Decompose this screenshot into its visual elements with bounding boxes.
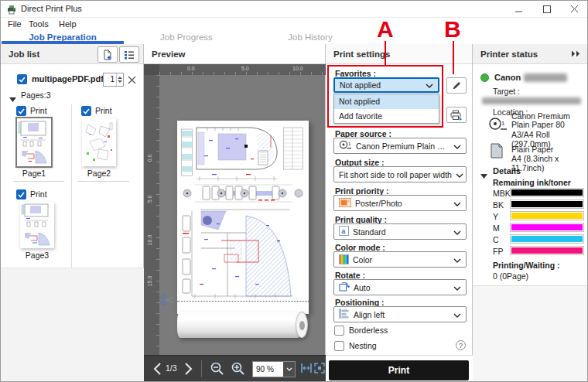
print-button[interactable]: Print <box>329 360 469 380</box>
annotation-b-line <box>453 41 454 74</box>
roll-paper-1-icon: 1 <box>339 140 352 152</box>
borderless-checkbox[interactable] <box>334 326 344 336</box>
h-ruler-label: 10.0 <box>292 66 303 71</box>
ruler-corner <box>144 64 159 75</box>
list-view-button[interactable] <box>119 46 139 63</box>
print-quality-select[interactable]: a Standard <box>333 223 467 240</box>
chevron-down-icon <box>453 310 461 319</box>
menu-tools[interactable]: Tools <box>29 19 49 29</box>
print-priority-value: Poster/Photo <box>355 199 402 208</box>
minimize-button[interactable] <box>505 1 533 17</box>
ink-name: C <box>493 235 499 244</box>
copies-value: 1 <box>104 73 116 86</box>
stepper-arrows-icon[interactable] <box>116 73 123 86</box>
nesting-help-icon[interactable]: ? <box>456 340 466 350</box>
nesting-checkbox[interactable] <box>334 341 344 351</box>
positioning-value: Align left <box>354 310 385 319</box>
output-size-select[interactable]: Fit short side to roll paper width <box>333 166 467 182</box>
favorites-select[interactable]: Not applied <box>333 77 439 93</box>
page1-thumbnail[interactable] <box>17 118 51 166</box>
remove-job-button[interactable] <box>128 73 136 87</box>
job-file-name[interactable]: multipagePDF.pdf <box>32 74 104 84</box>
fit-width-button[interactable] <box>301 363 312 377</box>
previous-page-button[interactable] <box>153 362 162 379</box>
page2-caption: Page2 <box>82 169 116 178</box>
rotate-select[interactable]: Auto <box>333 279 467 295</box>
h-ruler-label: 5.0 <box>241 66 249 71</box>
rotate-page-icon <box>339 281 350 293</box>
zoom-in-button[interactable] <box>231 361 245 379</box>
rainbow-icon <box>339 254 349 264</box>
menu-file[interactable]: File <box>8 19 22 29</box>
print-priority-select[interactable]: Poster/Photo <box>333 195 467 211</box>
close-button[interactable] <box>561 1 588 17</box>
v-ruler-label: 5.0 <box>147 196 152 203</box>
page3-print-checkbox[interactable] <box>16 189 26 200</box>
favorites-option-add-favorite[interactable]: Add favorite <box>334 109 439 124</box>
cut-line <box>177 301 309 302</box>
quality-a-icon: a <box>339 226 349 237</box>
job-list-title: Job list <box>9 49 39 59</box>
page2-thumbnail[interactable] <box>82 118 116 166</box>
document-drawing <box>181 124 305 299</box>
favorites-option-not-applied[interactable]: Not applied <box>334 94 439 109</box>
register-to-printer-button[interactable] <box>446 107 467 123</box>
annotation-a-label: A <box>377 18 394 41</box>
printer-status-header: Printer status <box>473 44 588 64</box>
printer-model-redacted <box>524 73 567 82</box>
job-checkbox[interactable] <box>17 74 27 84</box>
zoom-level-value: 90 % <box>253 362 283 377</box>
details-label[interactable]: Details <box>493 166 521 176</box>
svg-text:1: 1 <box>348 142 351 146</box>
positioning-select[interactable]: Align left <box>333 306 467 322</box>
tab-bar: Job Preparation Job Progress Job History <box>1 32 588 44</box>
page3-thumbnail[interactable] <box>20 202 54 248</box>
preview-toolbar: 1/3 90 % <box>144 355 326 382</box>
align-left-icon <box>339 309 350 320</box>
horizontal-ruler: 0.0 5.0 10.0 <box>159 64 326 75</box>
v-ruler-label: 0.0 <box>147 155 152 162</box>
page2-print-label: Print <box>95 106 112 115</box>
print-settings-header: Print settings <box>326 44 472 64</box>
next-page-button[interactable] <box>184 362 193 379</box>
tab-job-progress[interactable]: Job Progress <box>125 32 248 44</box>
ink-level-bar <box>510 246 584 255</box>
tab-job-history[interactable]: Job History <box>248 32 372 44</box>
copies-stepper[interactable]: 1 <box>103 73 124 87</box>
edit-favorites-button[interactable] <box>446 77 467 94</box>
print-settings-title: Print settings <box>333 49 390 59</box>
color-mode-select[interactable]: Color <box>333 251 467 268</box>
page1-print-checkbox[interactable] <box>16 106 26 116</box>
details-collapse-icon[interactable] <box>480 169 487 182</box>
color-mode-value: Color <box>353 255 372 264</box>
zoom-level-select[interactable]: 90 % <box>252 361 296 377</box>
job-list-header: Job list <box>1 44 143 64</box>
ink-level-bar <box>510 188 584 197</box>
add-job-button[interactable] <box>97 46 118 63</box>
poster-photo-icon <box>339 198 351 209</box>
maximize-button[interactable] <box>533 1 561 17</box>
fit-page-button[interactable] <box>314 363 325 377</box>
paper-source-select[interactable]: 1 Canon Premium Plain Paper 80 A3/A4 <box>333 138 467 154</box>
app-window: Direct Print Plus File Tools Help Job Pr… <box>0 0 588 382</box>
nesting-label: Nesting <box>349 341 377 350</box>
preview-panel: Preview 0.0 5.0 10.0 0.0 5.0 10.0 15.0 <box>144 44 326 382</box>
toolbar-divider <box>201 360 202 377</box>
preview-paper <box>177 121 309 314</box>
row-separator <box>13 181 64 182</box>
v-ruler-label: 10.0 <box>147 235 152 246</box>
zoom-out-button[interactable] <box>210 361 224 379</box>
print-footer: Print <box>326 355 473 382</box>
favorites-value: Not applied <box>340 80 381 90</box>
window-title: Direct Print Plus <box>21 4 82 13</box>
menu-help[interactable]: Help <box>59 19 77 29</box>
pages-collapse-icon[interactable] <box>9 92 16 106</box>
page2-print-checkbox[interactable] <box>81 106 91 116</box>
collapse-panel-button[interactable] <box>571 49 581 59</box>
chevron-down-icon <box>453 283 461 292</box>
printer-name: Canon <box>494 73 521 82</box>
ink-level-bar <box>510 223 584 232</box>
paper-roll-end <box>296 312 308 338</box>
ink-name: MBK <box>493 189 511 198</box>
vertical-ruler: 0.0 5.0 10.0 15.0 <box>144 75 159 355</box>
